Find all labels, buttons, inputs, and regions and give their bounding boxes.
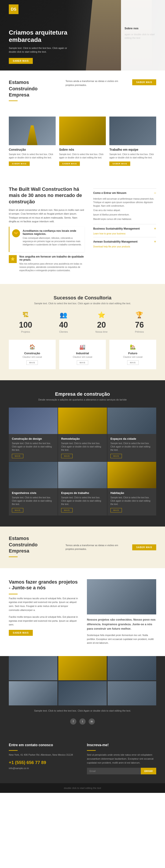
empresa-card-title-5: Espaços de trabalho bbox=[61, 491, 104, 495]
footer-phone[interactable]: +1 (555) 656 77 89 bbox=[9, 760, 78, 765]
empresa-card-text-3: Sample text. Click to select the text bo… bbox=[110, 442, 153, 452]
gallery-item-1 bbox=[9, 656, 58, 680]
trust-icon: 🤝 bbox=[12, 229, 20, 237]
accordion-item-3: Aenean Sustainability Management + Downl… bbox=[93, 237, 156, 250]
accordion-link-2[interactable]: Learn how to grow your business bbox=[93, 232, 156, 235]
footer-contact-title: Entre em contato conosco bbox=[9, 743, 78, 747]
vamos-paragraph1: Facilisi mollis tempus iaculis urna id v… bbox=[9, 597, 78, 612]
stat-icon-projetos: 🏗 bbox=[9, 311, 42, 318]
card-trabalho: Trabalho em equipe Sample text. Click to… bbox=[109, 117, 156, 168]
footer-newsletter-title: Inscreva-me! bbox=[87, 743, 156, 747]
gallery-item-5 bbox=[58, 681, 107, 705]
accordion-toggle-1[interactable]: − bbox=[154, 191, 156, 195]
accordion-title-3: Aenean Sustainability Management bbox=[93, 240, 137, 243]
empresa-card-text-4: Sample text. Click to select the text bo… bbox=[12, 496, 55, 506]
service-industrial: 🏭 Industrial Clauteur sint cusoat MAIS bbox=[59, 340, 106, 369]
empresa-card-cta-4[interactable]: MAIS bbox=[12, 508, 23, 513]
empresa-card-title-2: Remodelação bbox=[61, 437, 104, 440]
stat-icon-clientes: 👥 bbox=[47, 311, 80, 318]
vamos-section: Vamos fazer grandes projetos - Junte-se … bbox=[0, 568, 165, 656]
vamos-cta-button[interactable]: SABER MAIS bbox=[9, 630, 33, 636]
empresa-grid: Construção de design Sample text. Click … bbox=[9, 408, 156, 516]
empresa-card-cta-2[interactable]: MAIS bbox=[61, 454, 73, 458]
empresa-card-body-1: Construção de design Sample text. Click … bbox=[9, 434, 58, 461]
footer-email[interactable]: info@sample.co m bbox=[9, 767, 29, 770]
empresa-card-1: Construção de design Sample text. Click … bbox=[9, 408, 58, 461]
stat-label-premios: Prêmios bbox=[123, 331, 157, 333]
accordion-toggle-3[interactable]: + bbox=[154, 240, 156, 244]
empresa-card-image-1 bbox=[9, 408, 58, 434]
empresa-card-body-2: Remodelação Sample text. Click to select… bbox=[58, 434, 107, 461]
service-cta-industrial[interactable]: MAIS bbox=[77, 361, 88, 365]
trust-text: Acreditamos na confiança nos locais onde… bbox=[23, 229, 82, 249]
service-title-industrial: Industrial bbox=[61, 351, 104, 355]
accordion-link-3[interactable]: Download help file prior your products bbox=[93, 245, 156, 248]
accordion-content-1: Interdum velit accumsan ut pellentesque … bbox=[93, 197, 156, 221]
yellow-divider-2 bbox=[9, 557, 18, 557]
vamos-right: Nossos projetos são conhecidos. Nosso po… bbox=[87, 579, 156, 645]
quality-text: Nos angulha em fornecer um trabalho de q… bbox=[19, 255, 85, 275]
facebook-icon[interactable]: f bbox=[70, 718, 76, 724]
construindo2-title: Estamos Construindo Empresa bbox=[9, 535, 59, 554]
empresa-card-cta-1[interactable]: MAIS bbox=[12, 454, 23, 458]
construindo-title: Estamos Construindo Empresa bbox=[9, 79, 59, 98]
service-icon-futuro: 🏡 bbox=[111, 344, 154, 350]
hero-cta-button[interactable]: SABER MAIS bbox=[9, 58, 33, 64]
stat-clientes: 👥 40 Clientes bbox=[47, 311, 80, 333]
empresa-card-cta-5[interactable]: MAIS bbox=[61, 508, 73, 513]
section-construindo-2: Estamos Construindo Empresa Temos ainda … bbox=[0, 527, 165, 568]
vamos-left: Vamos fazer grandes projetos - Junte-se … bbox=[9, 579, 78, 645]
gallery-item-6 bbox=[107, 681, 156, 705]
stat-icon-time: ⭐ bbox=[85, 311, 118, 318]
stat-time: ⭐ 20 Nossa time bbox=[85, 311, 118, 333]
construindo2-cta-button[interactable]: SABER MAIS bbox=[132, 545, 156, 550]
vamos-right-title: Nossos projetos são conhecidos. Nosso po… bbox=[87, 618, 156, 631]
stats-title: Sucessos de Consultoria bbox=[9, 295, 156, 301]
empresa-card-cta-6[interactable]: MAIS bbox=[110, 508, 122, 513]
service-cta-futuro[interactable]: MAIS bbox=[127, 361, 139, 365]
hero-description: Sample text. Click to select the text bo… bbox=[9, 46, 70, 54]
cards-grid: Construção Sample text. Click to select … bbox=[9, 117, 156, 168]
accordion-toggle-2[interactable]: + bbox=[154, 226, 156, 231]
newsletter-form: ENVIAR bbox=[87, 768, 156, 774]
empresa-card-cta-3[interactable]: MAIS bbox=[110, 454, 122, 458]
empresa-card-3: Espaços da cidade Sample text. Click to … bbox=[107, 408, 156, 461]
card-cta-2[interactable]: SABER MAIS bbox=[59, 161, 80, 166]
newsletter-submit-button[interactable]: ENVIAR bbox=[141, 768, 156, 774]
instagram-icon[interactable]: in bbox=[89, 718, 95, 724]
empresa-subtitle: Desde renovação e adições de quartartos … bbox=[9, 398, 156, 401]
service-title-construcao: Construção bbox=[11, 351, 54, 355]
stat-number-time: 20 bbox=[85, 320, 118, 330]
accordion-header-2[interactable]: Business Sustainability Management + bbox=[93, 226, 156, 231]
service-cta-construcao[interactable]: MAIS bbox=[26, 361, 38, 365]
sobre-nos-title: Sobre nos bbox=[125, 26, 162, 31]
service-sub-futuro: Clauteur sint cusoat bbox=[111, 356, 154, 358]
twitter-icon[interactable]: t bbox=[79, 718, 86, 724]
empresa-card-image-6 bbox=[107, 462, 156, 488]
sobre-nos-text: again or double click to start editing t… bbox=[125, 33, 162, 40]
empresa-card-image-4 bbox=[9, 462, 58, 488]
empresa-card-image-2 bbox=[58, 408, 107, 434]
card-cta-3[interactable]: SABER MAIS bbox=[109, 161, 130, 166]
card-title-2: Sobre nós bbox=[59, 148, 106, 151]
service-sub-industrial: Clauteur sint cusoat bbox=[61, 356, 104, 358]
newsletter-email-input[interactable] bbox=[87, 768, 141, 774]
service-sub-construcao: Clauteur sint cusoat bbox=[11, 356, 54, 358]
card-body-3: Trabalho em equipe Sample text. Click to… bbox=[109, 145, 156, 168]
construindo2-center: Temos ainda a transformar as ideias e vi… bbox=[66, 544, 126, 551]
accordion-header-3[interactable]: Aenean Sustainability Management + bbox=[93, 240, 156, 244]
quality-title: Nos angulha em fornecer um trabalho de q… bbox=[19, 255, 85, 261]
card-cta-1[interactable]: SABER MAIS bbox=[9, 161, 30, 166]
accordion-header-1[interactable]: Como e Entrar em Ninusm − bbox=[93, 191, 156, 195]
empresa-card-text-6: Sample text. Click to select the text bo… bbox=[110, 496, 153, 506]
footer-section: Entre em contato conosco New York, 41 40… bbox=[0, 734, 165, 783]
construindo-cta-button[interactable]: SABER MAIS bbox=[132, 79, 156, 85]
trust-title: Acreditamos na confiança nos locais onde… bbox=[23, 229, 82, 236]
gallery-text-section: Sample text. Click to select the text bo… bbox=[0, 705, 165, 735]
construindo2-left: Estamos Construindo Empresa bbox=[9, 535, 59, 559]
accordion-detail-1a: Cras arcu dui metus aliquet. bbox=[93, 209, 156, 212]
card-construcao: Construção Sample text. Click to select … bbox=[9, 117, 56, 168]
empresa-card-body-3: Espaços da cidade Sample text. Click to … bbox=[107, 434, 156, 461]
vamos-right-image bbox=[87, 579, 156, 614]
accordion-item-2: Business Sustainability Management + Lea… bbox=[93, 224, 156, 237]
